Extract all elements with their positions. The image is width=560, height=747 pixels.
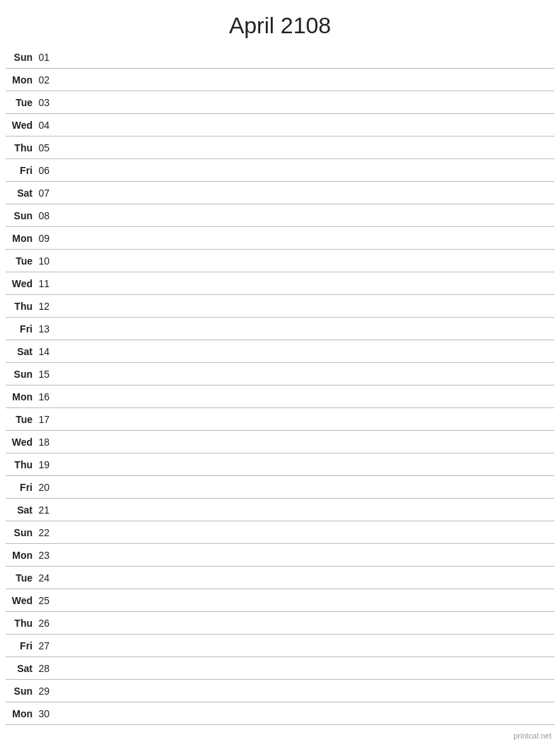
day-name: Sat [6,187,35,199]
day-line [55,668,554,668]
day-row: Mon09 [6,227,554,250]
day-line [55,260,554,261]
day-line [55,306,554,306]
day-number: 14 [35,346,55,357]
day-line [55,283,554,284]
day-row: Sat28 [6,657,554,680]
day-line [55,487,554,487]
day-number: 01 [35,52,55,63]
day-number: 07 [35,187,55,199]
day-number: 26 [35,618,55,629]
day-row: Tue17 [6,408,554,431]
day-row: Sun01 [6,46,554,69]
day-number: 27 [35,640,55,652]
day-name: Fri [6,640,35,652]
day-number: 02 [35,74,55,86]
day-number: 28 [35,663,55,674]
day-name: Thu [6,301,35,312]
day-name: Sat [6,346,35,357]
day-line [55,147,554,148]
day-row: Mon02 [6,69,554,91]
day-name: Sun [6,52,35,63]
day-number: 19 [35,459,55,470]
day-name: Mon [6,550,35,561]
day-line [55,374,554,374]
day-line [55,509,554,510]
day-name: Tue [6,97,35,108]
day-row: Fri06 [6,159,554,182]
day-row: Sat07 [6,182,554,204]
day-row: Sun29 [6,680,554,702]
day-line [55,419,554,419]
day-name: Mon [6,708,35,719]
day-name: Tue [6,255,35,267]
day-line [55,215,554,216]
day-row: Wed18 [6,431,554,453]
day-name: Wed [6,595,35,606]
day-line [55,79,554,80]
day-number: 16 [35,391,55,403]
day-row: Thu12 [6,295,554,318]
day-number: 20 [35,482,55,493]
footer-text: printcal.net [513,731,552,740]
day-number: 06 [35,165,55,176]
day-row: Mon16 [6,386,554,408]
day-line [55,690,554,691]
day-row: Mon30 [6,702,554,725]
day-row: Sun22 [6,521,554,544]
day-line [55,441,554,442]
day-name: Sun [6,210,35,221]
day-row: Sat14 [6,340,554,363]
day-row: Sun15 [6,363,554,386]
day-line [55,396,554,397]
day-row: Wed04 [6,114,554,137]
day-number: 11 [35,278,55,289]
day-number: 09 [35,233,55,244]
day-number: 22 [35,527,55,538]
day-name: Wed [6,436,35,448]
day-name: Sun [6,527,35,538]
day-line [55,328,554,329]
day-line [55,645,554,646]
day-number: 18 [35,436,55,448]
day-line [55,713,554,714]
day-line [55,192,554,193]
day-row: Sat21 [6,499,554,521]
day-number: 15 [35,369,55,380]
day-line [55,57,554,57]
day-row: Mon23 [6,544,554,567]
page-title: April 2108 [0,0,560,46]
day-row: Fri27 [6,635,554,657]
day-row: Wed25 [6,589,554,612]
day-line [55,102,554,103]
day-name: Thu [6,459,35,470]
day-line [55,351,554,352]
day-number: 03 [35,97,55,108]
day-name: Sun [6,369,35,380]
day-number: 13 [35,323,55,335]
day-name: Thu [6,142,35,154]
day-line [55,532,554,533]
day-row: Thu19 [6,453,554,476]
day-name: Fri [6,482,35,493]
day-row: Tue10 [6,250,554,272]
day-row: Tue24 [6,567,554,589]
day-number: 23 [35,550,55,561]
day-number: 04 [35,120,55,131]
day-name: Tue [6,414,35,425]
day-name: Sat [6,663,35,674]
day-line [55,124,554,125]
day-name: Mon [6,391,35,403]
day-number: 21 [35,504,55,516]
day-name: Tue [6,572,35,584]
day-number: 24 [35,572,55,584]
day-name: Fri [6,323,35,335]
day-name: Sun [6,685,35,697]
day-number: 17 [35,414,55,425]
day-number: 30 [35,708,55,719]
day-row: Thu26 [6,612,554,635]
day-number: 29 [35,685,55,697]
day-line [55,622,554,623]
day-row: Wed11 [6,272,554,295]
day-row: Fri13 [6,318,554,340]
